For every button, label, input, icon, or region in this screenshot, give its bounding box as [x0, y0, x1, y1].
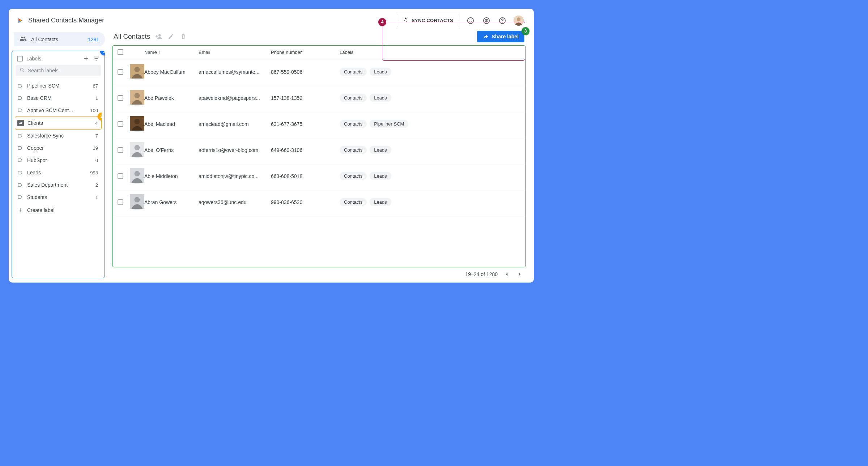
- edit-icon[interactable]: [167, 33, 175, 40]
- contacts-icon: [20, 35, 27, 43]
- table-row[interactable]: Abbey MacCallumamaccallumes@symante...86…: [112, 59, 526, 85]
- help-icon[interactable]: [498, 16, 507, 25]
- sidebar-label-item[interactable]: Leads993: [15, 166, 102, 179]
- contact-labels: ContactsLeads: [340, 94, 520, 102]
- create-label-text: Create label: [27, 207, 55, 213]
- sidebar-label-item[interactable]: Pipeliner SCM67: [15, 80, 102, 92]
- all-contacts-button[interactable]: All Contacts 1281: [14, 32, 105, 46]
- column-labels[interactable]: Labels: [340, 50, 520, 55]
- contact-name: Abe Pawelek: [144, 95, 199, 101]
- header: Shared Contacts Manager SYNC CONTACTS: [9, 9, 534, 31]
- label-name: Apptivo SCM Cont...: [27, 107, 86, 113]
- create-label-button[interactable]: + Create label: [15, 203, 102, 215]
- add-label-icon[interactable]: [83, 55, 89, 62]
- label-chip[interactable]: Contacts: [340, 172, 367, 180]
- sidebar-label-item[interactable]: Apptivo SCM Cont...100: [15, 104, 102, 116]
- contact-labels: ContactsPipeliner SCM: [340, 120, 520, 128]
- table-row[interactable]: Abel O'Ferrisaoferris1o@over-blog.com649…: [112, 137, 526, 163]
- sidebar-label-item[interactable]: Copper19: [15, 142, 102, 154]
- search-labels-placeholder: Search labels: [28, 68, 59, 73]
- label-count: 100: [90, 108, 99, 113]
- table-row[interactable]: Abran Gowersagowers36@unc.edu990-836-653…: [112, 189, 526, 215]
- label-chip[interactable]: Leads: [370, 94, 391, 102]
- share-label-button[interactable]: Share label: [477, 31, 524, 42]
- label-name: Students: [27, 194, 92, 200]
- label-chip[interactable]: Contacts: [340, 198, 367, 206]
- contact-name: Abel Maclead: [144, 121, 199, 127]
- column-email[interactable]: Email: [199, 50, 271, 55]
- search-icon: [19, 67, 25, 74]
- select-all-checkbox[interactable]: [118, 49, 123, 55]
- label-chip[interactable]: Leads: [370, 68, 391, 76]
- svg-point-8: [20, 68, 23, 71]
- label-chip[interactable]: Leads: [370, 146, 391, 154]
- table-row[interactable]: Abel Macleadamaclead@gmail.com631-677-36…: [112, 111, 526, 137]
- delete-icon[interactable]: [180, 33, 187, 40]
- label-count: 67: [93, 83, 99, 89]
- sidebar-label-item[interactable]: HubSpot0: [15, 154, 102, 166]
- share-label-text: Share label: [492, 34, 519, 39]
- contact-phone: 157-138-1352: [271, 95, 340, 101]
- labels-panel: 1 Labels Search labels: [12, 51, 105, 278]
- contact-phone: 990-836-6530: [271, 199, 340, 205]
- sidebar-label-item[interactable]: Salesforce Sync7: [15, 130, 102, 142]
- shared-label-icon: [17, 120, 24, 126]
- label-chip[interactable]: Contacts: [340, 120, 367, 128]
- contact-name: Abbey MacCallum: [144, 69, 199, 75]
- table-row[interactable]: Abie Middletonamiddletonjw@tinypic.co...…: [112, 163, 526, 189]
- label-chip[interactable]: Contacts: [340, 146, 367, 154]
- row-checkbox[interactable]: [118, 147, 123, 153]
- column-phone[interactable]: Phone number: [271, 50, 340, 55]
- app-title: Shared Contacts Manager: [28, 17, 104, 24]
- main: All Contacts Share label 3: [112, 31, 526, 278]
- label-icon: [17, 95, 24, 101]
- label-name: Leads: [27, 170, 86, 175]
- contact-email: amiddletonjw@tinypic.co...: [199, 173, 271, 179]
- label-chip[interactable]: Leads: [370, 198, 391, 206]
- label-chip[interactable]: Pipeliner SCM: [370, 120, 408, 128]
- label-name: Clients: [27, 120, 92, 126]
- sidebar-label-item[interactable]: Base CRM1: [15, 92, 102, 104]
- add-contact-icon[interactable]: [155, 33, 162, 40]
- svg-point-0: [468, 17, 474, 24]
- row-checkbox[interactable]: [118, 121, 123, 127]
- header-actions: SYNC CONTACTS: [397, 14, 526, 27]
- sidebar-label-item[interactable]: Clients42: [15, 116, 102, 130]
- contact-labels: ContactsLeads: [340, 198, 520, 206]
- payment-icon[interactable]: [482, 16, 491, 25]
- annotation-badge-4: 4: [378, 18, 386, 26]
- contact-labels: ContactsLeads: [340, 172, 520, 180]
- column-name[interactable]: Name↑: [144, 50, 199, 55]
- label-name: Pipeliner SCM: [27, 83, 89, 89]
- row-checkbox[interactable]: [118, 199, 123, 205]
- contact-labels: ContactsLeads: [340, 146, 520, 154]
- emoji-icon[interactable]: [466, 16, 475, 25]
- filter-labels-icon[interactable]: [93, 55, 99, 62]
- table-row[interactable]: Abe Pawelekapawelekmd@pagespers...157-13…: [112, 85, 526, 111]
- sidebar-label-item[interactable]: Students1: [15, 191, 102, 203]
- label-name: Salesforce Sync: [27, 133, 92, 139]
- contact-avatar: [130, 204, 144, 210]
- all-contacts-label: All Contacts: [31, 37, 58, 42]
- row-checkbox[interactable]: [118, 173, 123, 179]
- row-checkbox[interactable]: [118, 69, 123, 75]
- contact-email: aoferris1o@over-blog.com: [199, 147, 271, 153]
- row-checkbox[interactable]: [118, 95, 123, 101]
- user-avatar[interactable]: [514, 16, 524, 26]
- sidebar: All Contacts 1281 1 Labels: [12, 31, 105, 278]
- label-chip[interactable]: Leads: [370, 172, 391, 180]
- app-logo-icon: [17, 17, 24, 24]
- prev-page-button[interactable]: [503, 270, 511, 278]
- next-page-button[interactable]: [516, 270, 524, 278]
- label-icon: [17, 169, 24, 176]
- label-chip[interactable]: Contacts: [340, 68, 367, 76]
- sync-contacts-button[interactable]: SYNC CONTACTS: [397, 14, 459, 27]
- label-chip[interactable]: Contacts: [340, 94, 367, 102]
- sidebar-label-item[interactable]: Sales Department2: [15, 179, 102, 191]
- sync-contacts-label: SYNC CONTACTS: [412, 18, 453, 23]
- labels-select-all-checkbox[interactable]: [17, 56, 23, 62]
- search-labels-input[interactable]: Search labels: [16, 65, 101, 76]
- label-count: 4: [95, 120, 99, 126]
- contact-labels: ContactsLeads: [340, 68, 520, 76]
- contact-avatar: [130, 100, 144, 106]
